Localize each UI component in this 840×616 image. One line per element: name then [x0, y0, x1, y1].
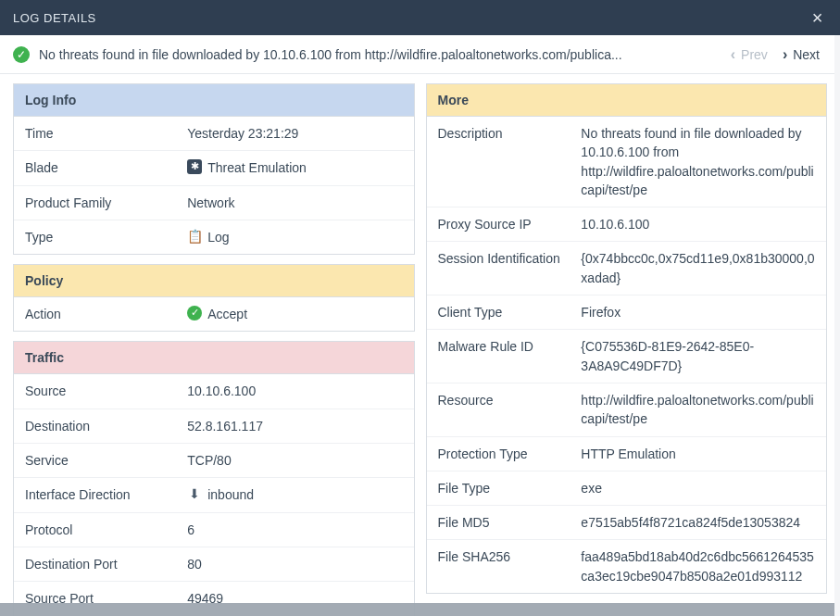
row-time: Time Yesterday 23:21:29 [14, 117, 414, 151]
label-type: Type [25, 228, 187, 246]
prev-button[interactable]: ‹ Prev [723, 43, 775, 67]
value-action: Accept [207, 305, 247, 323]
label-source: Source [25, 382, 187, 400]
label-description: Description [438, 124, 582, 143]
value-interface-direction: inbound [207, 485, 254, 504]
value-protocol: 6 [187, 521, 194, 539]
label-service: Service [25, 451, 187, 470]
label-proxy-source-ip: Proxy Source IP [438, 215, 582, 233]
row-file-type: File Type exe [427, 471, 827, 506]
value-file-md5: e7515ab5f4f8721ca824f5de13053824 [581, 513, 800, 532]
label-file-md5: File MD5 [438, 513, 582, 532]
row-client-type: Client Type Firefox [427, 295, 827, 330]
left-column: Log Info Time Yesterday 23:21:29 Blade ✱… [0, 74, 420, 616]
panel-header-more: More [427, 84, 827, 117]
row-destination-port: Destination Port 80 [14, 547, 414, 582]
label-action: Action [25, 305, 187, 323]
value-client-type: Firefox [581, 303, 621, 321]
next-label: Next [793, 47, 820, 62]
label-malware-rule-id: Malware Rule ID [438, 337, 582, 356]
value-description: No threats found in file downloaded by 1… [581, 124, 815, 199]
value-source: 10.10.6.100 [187, 382, 256, 400]
content-area: Log Info Time Yesterday 23:21:29 Blade ✱… [0, 74, 840, 616]
row-file-sha256: File SHA256 faa489a5bd18ab40d2c6dbc56612… [427, 540, 827, 593]
value-type: Log [207, 228, 229, 246]
next-button[interactable]: › Next [775, 43, 827, 67]
row-session-id: Session Identification {0x74bbcc0c,0x75c… [427, 242, 827, 295]
row-protection-type: Protection Type HTTP Emulation [427, 437, 827, 471]
label-client-type: Client Type [438, 303, 582, 321]
value-protection-type: HTTP Emulation [581, 445, 675, 463]
row-blade: Blade ✱ Threat Emulation [14, 151, 414, 185]
row-action: Action ✓ Accept [14, 297, 414, 331]
row-malware-rule-id: Malware Rule ID {C075536D-81E9-2642-85E0… [427, 330, 827, 383]
label-protection-type: Protection Type [438, 445, 582, 463]
value-service: TCP/80 [187, 451, 231, 470]
window-title: LOG DETAILS [13, 11, 96, 25]
panel-header-traffic: Traffic [14, 342, 414, 374]
accept-icon: ✓ [187, 306, 202, 321]
row-destination: Destination 52.8.161.117 [14, 409, 414, 444]
value-blade: Threat Emulation [207, 158, 307, 177]
panel-traffic: Traffic Source 10.10.6.100 Destination 5… [13, 341, 415, 616]
label-destination: Destination [25, 417, 187, 435]
clipboard-icon: 📋 [187, 229, 202, 244]
row-description: Description No threats found in file dow… [427, 117, 827, 207]
value-proxy-source-ip: 10.10.6.100 [581, 215, 649, 233]
row-protocol: Protocol 6 [14, 513, 414, 547]
label-product-family: Product Family [25, 194, 187, 212]
close-icon[interactable]: × [809, 7, 827, 29]
footer-bar [0, 603, 834, 616]
label-resource: Resource [438, 391, 582, 409]
label-file-type: File Type [438, 479, 582, 497]
panel-header-policy: Policy [14, 265, 414, 297]
panel-log-info: Log Info Time Yesterday 23:21:29 Blade ✱… [13, 83, 415, 255]
label-file-sha256: File SHA256 [438, 547, 582, 566]
prev-label: Prev [741, 47, 768, 62]
value-file-type: exe [581, 479, 602, 497]
value-resource: http://wildfire.paloaltonetworks.com/pub… [581, 391, 815, 429]
titlebar: LOG DETAILS × [0, 0, 840, 35]
label-interface-direction: Interface Direction [25, 485, 187, 504]
chevron-left-icon: ‹ [731, 46, 735, 63]
row-proxy-source-ip: Proxy Source IP 10.10.6.100 [427, 207, 827, 242]
value-file-sha256: faa489a5bd18ab40d2c6dbc5661264535ca3ec19… [581, 547, 815, 585]
row-service: Service TCP/80 [14, 444, 414, 478]
value-destination: 52.8.161.117 [187, 417, 263, 435]
value-time: Yesterday 23:21:29 [187, 124, 298, 143]
value-malware-rule-id: {C075536D-81E9-2642-85E0-3A8A9C49DF7D} [581, 337, 815, 375]
value-product-family: Network [187, 194, 234, 212]
chevron-right-icon: › [783, 46, 787, 63]
panel-more: More Description No threats found in fil… [426, 83, 828, 594]
row-product-family: Product Family Network [14, 186, 414, 220]
row-file-md5: File MD5 e7515ab5f4f8721ca824f5de1305382… [427, 506, 827, 540]
row-interface-direction: Interface Direction ⬇ inbound [14, 478, 414, 512]
panel-policy: Policy Action ✓ Accept [13, 264, 415, 332]
label-protocol: Protocol [25, 521, 187, 539]
summary-bar: ✓ No threats found in file downloaded by… [0, 35, 840, 74]
summary-message: No threats found in file downloaded by 1… [39, 47, 723, 62]
label-blade: Blade [25, 158, 187, 177]
label-time: Time [25, 124, 187, 143]
row-resource: Resource http://wildfire.paloaltonetwork… [427, 383, 827, 437]
right-column: More Description No threats found in fil… [420, 74, 841, 616]
inbound-icon: ⬇ [187, 486, 202, 501]
label-destination-port: Destination Port [25, 555, 187, 573]
value-destination-port: 80 [187, 555, 202, 573]
status-ok-icon: ✓ [13, 46, 30, 63]
panel-header-log-info: Log Info [14, 84, 414, 117]
row-source: Source 10.10.6.100 [14, 374, 414, 409]
row-type: Type 📋 Log [14, 220, 414, 254]
vertical-scrollbar[interactable] [834, 35, 840, 616]
label-session-id: Session Identification [438, 249, 582, 268]
value-session-id: {0x74bbcc0c,0x75cd11e9,0x81b30000,0xadad… [581, 249, 815, 287]
threat-emulation-icon: ✱ [187, 159, 202, 174]
